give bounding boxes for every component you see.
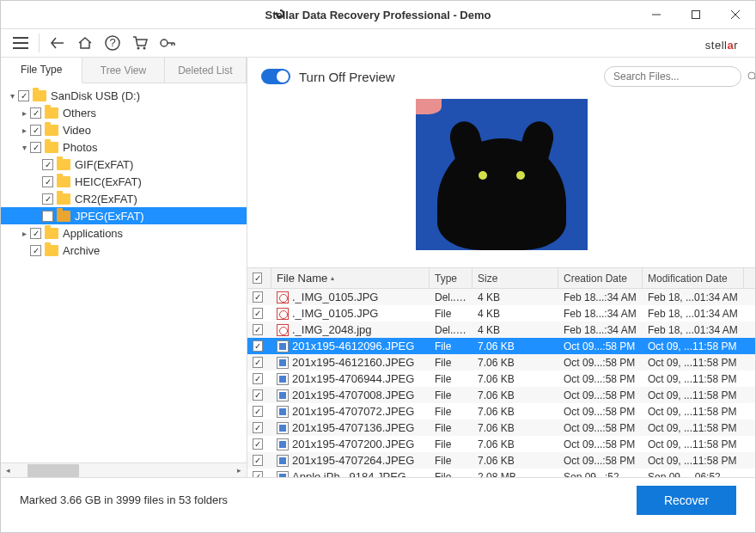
col-size[interactable]: Size <box>472 268 558 288</box>
row-checkbox[interactable]: ✓ <box>253 438 263 450</box>
select-all-checkbox[interactable]: ✓ <box>253 273 262 284</box>
back-button[interactable] <box>45 30 70 56</box>
table-row[interactable]: ✓201x195-4707008.JPEGFile7.06 KBOct 09..… <box>247 387 755 403</box>
row-checkbox[interactable]: ✓ <box>253 422 263 433</box>
tree-item-gif[interactable]: ✓GIF(ExFAT) <box>1 156 247 173</box>
col-type[interactable]: Type <box>430 268 472 288</box>
table-row[interactable]: ✓._IMG_0105.JPGFile4 KBFeb 18...:34 AMFe… <box>247 305 755 322</box>
cell-filename: 201x195-4707072.JPEG <box>292 405 414 418</box>
table-row[interactable]: ✓201x195-4707200.JPEGFile7.06 KBOct 09..… <box>247 436 755 452</box>
file-grid[interactable]: ✓ File Name▴ Type Size Creation Date Mod… <box>247 267 755 477</box>
table-row[interactable]: ✓201x195-4612096.JPEGFile7.06 KBOct 09..… <box>247 338 755 354</box>
checkbox[interactable]: ✓ <box>30 125 41 136</box>
recover-button[interactable]: Recover <box>637 486 736 515</box>
col-created[interactable]: Creation Date <box>558 268 643 288</box>
row-checkbox[interactable]: ✓ <box>253 406 263 417</box>
file-icon <box>277 291 289 303</box>
chevron-right-icon[interactable]: ▸ <box>18 108 30 118</box>
checkbox[interactable]: ✓ <box>42 193 53 205</box>
tree-item-video[interactable]: ▸✓Video <box>1 121 247 138</box>
cell-created: Oct 09...:58 PM <box>558 389 643 401</box>
cell-modified: Feb 18, ...01:34 AM <box>643 308 744 320</box>
menu-button[interactable] <box>8 30 34 56</box>
chevron-right-icon[interactable]: ▸ <box>18 229 30 238</box>
checkbox[interactable]: ✓ <box>30 142 41 153</box>
search-icon[interactable] <box>747 71 756 83</box>
brand-logo: stellar <box>705 32 748 54</box>
cell-size: 4 KB <box>472 291 558 303</box>
cell-modified: Oct 09, ...11:58 PM <box>643 406 744 418</box>
col-filename[interactable]: File Name▴ <box>271 268 430 288</box>
row-checkbox[interactable]: ✓ <box>253 357 263 368</box>
row-checkbox[interactable]: ✓ <box>253 291 263 303</box>
cell-size: 7.06 KB <box>472 389 558 401</box>
tree-item-heic[interactable]: ✓HEIC(ExFAT) <box>1 173 247 190</box>
checkbox[interactable]: ✓ <box>30 245 41 256</box>
cell-type: File <box>430 373 472 385</box>
tree-item-archive[interactable]: ✓Archive <box>1 242 247 259</box>
table-row[interactable]: ✓201x195-4707136.JPEGFile7.06 KBOct 09..… <box>247 420 755 436</box>
table-row[interactable]: ✓._IMG_2048.jpgDel...ile4 KBFeb 18...:34… <box>247 322 755 338</box>
cell-modified: Feb 18, ...01:34 AM <box>643 324 744 336</box>
maximize-button[interactable] <box>676 1 716 28</box>
tree-root[interactable]: ▾✓SanDisk USB (D:) <box>1 87 247 104</box>
file-icon <box>277 422 289 434</box>
cell-filename: Apple iPh...9184.JPEG <box>292 470 406 477</box>
preview-toggle[interactable] <box>261 69 290 84</box>
tree-item-photos[interactable]: ▾✓Photos <box>1 138 247 156</box>
chevron-down-icon[interactable]: ▾ <box>18 143 30 152</box>
cell-filename: 201x195-4707200.JPEG <box>292 438 414 450</box>
checkbox[interactable]: ✓ <box>42 176 53 187</box>
table-row[interactable]: ✓._IMG_0105.JPGDel...ile4 KBFeb 18...:34… <box>247 289 755 305</box>
horizontal-scrollbar[interactable]: ◂▸ <box>1 463 247 477</box>
row-checkbox[interactable]: ✓ <box>253 455 263 466</box>
row-checkbox[interactable]: ✓ <box>253 308 263 319</box>
tree-item-apps[interactable]: ▸✓Applications <box>1 224 247 242</box>
tab-tree-view[interactable]: Tree View <box>82 58 164 83</box>
cell-filename: 201x195-4612160.JPEG <box>292 356 414 369</box>
file-icon <box>277 471 289 477</box>
titlebar: Stellar Data Recovery Professional - Dem… <box>1 1 755 28</box>
row-checkbox[interactable]: ✓ <box>253 471 263 477</box>
row-checkbox[interactable]: ✓ <box>253 340 263 352</box>
tree-item-cr2[interactable]: ✓CR2(ExFAT) <box>1 190 247 207</box>
search-input[interactable] <box>613 70 742 83</box>
svg-point-6 <box>748 72 755 79</box>
home-button[interactable] <box>72 30 98 56</box>
key-button[interactable] <box>155 30 180 56</box>
search-box[interactable] <box>604 66 741 87</box>
col-modified[interactable]: Modification Date <box>643 268 744 288</box>
table-row[interactable]: ✓201x195-4706944.JPEGFile7.06 KBOct 09..… <box>247 371 755 387</box>
row-checkbox[interactable]: ✓ <box>253 373 263 384</box>
file-icon <box>277 389 289 401</box>
cell-filename: 201x195-4707008.JPEG <box>292 389 414 401</box>
close-button[interactable] <box>716 1 755 28</box>
help-button[interactable]: ? <box>100 30 125 56</box>
row-checkbox[interactable]: ✓ <box>253 389 263 401</box>
checkbox[interactable]: ✓ <box>18 90 29 101</box>
status-text: Marked 3.66 GB in 3999 files in 53 folde… <box>20 493 228 506</box>
checkbox[interactable]: ✓ <box>30 228 41 239</box>
chevron-down-icon[interactable]: ▾ <box>6 91 18 101</box>
table-row[interactable]: ✓201x195-4707264.JPEGFile7.06 KBOct 09..… <box>247 452 755 469</box>
cell-created: Oct 09...:58 PM <box>558 340 643 352</box>
minimize-button[interactable] <box>637 1 676 28</box>
table-row[interactable]: ✓201x195-4707072.JPEGFile7.06 KBOct 09..… <box>247 403 755 420</box>
tab-deleted-list[interactable]: Deleted List <box>165 58 247 83</box>
checkbox[interactable]: ✓ <box>42 211 53 222</box>
table-row[interactable]: ✓Apple iPh...9184.JPEGFile2.08 MBSep 09.… <box>247 469 755 477</box>
tree-item-jpeg[interactable]: ✓JPEG(ExFAT) <box>1 207 247 224</box>
row-checkbox[interactable]: ✓ <box>253 324 263 335</box>
checkbox[interactable]: ✓ <box>30 107 41 119</box>
tree-item-others[interactable]: ▸✓Others <box>1 104 247 121</box>
file-icon <box>277 455 289 467</box>
chevron-right-icon[interactable]: ▸ <box>18 126 30 135</box>
tab-file-type[interactable]: File Type <box>1 58 82 83</box>
cell-modified: Oct 09, ...11:58 PM <box>643 422 744 434</box>
cart-button[interactable] <box>127 30 153 56</box>
file-tree[interactable]: ▾✓SanDisk USB (D:) ▸✓Others ▸✓Video ▾✓Ph… <box>1 83 247 463</box>
table-row[interactable]: ✓201x195-4612160.JPEGFile7.06 KBOct 09..… <box>247 354 755 371</box>
cell-size: 4 KB <box>472 308 558 320</box>
checkbox[interactable]: ✓ <box>42 159 53 170</box>
cell-filename: 201x195-4707264.JPEG <box>292 454 414 467</box>
